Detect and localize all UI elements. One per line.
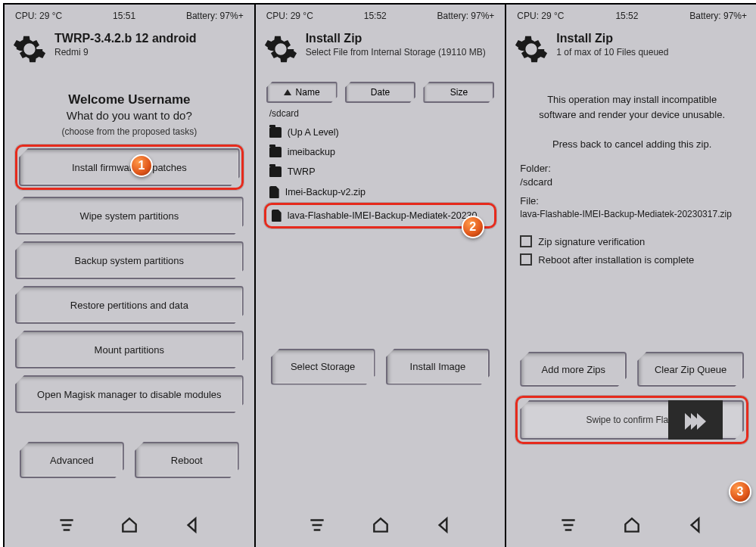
navbar [5, 505, 254, 547]
file-item[interactable]: Imei-Backup-v2.zip [266, 182, 495, 203]
panel-install-filelist: CPU: 29 °C 15:52 Battery: 97%+ Install Z… [256, 5, 507, 547]
folder-item[interactable]: TWRP [266, 162, 495, 182]
folder-icon [269, 127, 282, 138]
gear-icon [12, 32, 47, 67]
nav-menu-icon[interactable] [57, 515, 76, 535]
wipe-partitions-button[interactable]: Wipe system partitions [15, 197, 244, 235]
welcome-hint: (choose from the proposed tasks) [20, 126, 239, 137]
zip-signature-checkbox-row[interactable]: Zip signature verification [506, 232, 756, 250]
twrp-title: TWRP-3.4.2.b 12 android [54, 32, 197, 45]
panel-home: CPU: 29 °C 15:51 Battery: 97%+ TWRP-3.4.… [5, 5, 256, 547]
gear-icon [514, 32, 549, 67]
page-title: Install Zip [556, 32, 668, 45]
battery: Battery: 97%+ [186, 11, 244, 21]
clock: 15:52 [364, 11, 387, 21]
callout-marker-2: 2 [462, 216, 484, 238]
nav-home-icon[interactable] [120, 515, 139, 535]
nav-home-icon[interactable] [622, 515, 642, 535]
install-firmware-button[interactable]: Install firmware or patches [19, 148, 240, 186]
slider-handle[interactable] [668, 399, 723, 444]
restore-partitions-button[interactable]: Restore pertitions and data [15, 286, 244, 324]
status-bar: CPU: 29 °C 15:52 Battery: 97%+ [506, 5, 756, 27]
clear-zip-queue-button[interactable]: Clear Zip Queue [637, 352, 744, 387]
battery: Battery: 97%+ [689, 11, 747, 21]
folder-label: Folder: [520, 163, 744, 174]
header: Install Zip Select File from Internal St… [256, 27, 506, 76]
welcome-block: Welcome Username What do you want to do?… [5, 92, 254, 137]
folder-value: /sdcard [520, 176, 744, 188]
install-image-button[interactable]: Install Image [386, 349, 490, 385]
nav-menu-icon[interactable] [558, 515, 578, 535]
nav-home-icon[interactable] [371, 515, 390, 535]
advanced-button[interactable]: Advanced [20, 442, 124, 478]
current-path: /sdcard [256, 103, 506, 123]
file-item-selected[interactable]: lava-Flashable-IMEI-Backup-Mediatek-2023… [267, 206, 494, 225]
folder-icon [269, 166, 282, 177]
add-more-zips-button[interactable]: Add more Zips [520, 352, 627, 387]
folder-up[interactable]: (Up A Level) [266, 123, 495, 142]
navbar [256, 505, 506, 547]
sort-ascending-icon [284, 89, 291, 95]
sort-date-button[interactable]: Date [345, 82, 416, 103]
welcome-title: Welcome Username [20, 92, 239, 107]
status-bar: CPU: 29 °C 15:52 Battery: 97%+ [256, 5, 506, 27]
clock: 15:51 [113, 11, 135, 21]
swipe-label: Swipe to confirm Flash [586, 415, 677, 425]
magisk-manager-button[interactable]: Open Magisk manager to disable modules [15, 375, 244, 413]
backup-partitions-button[interactable]: Backup system partitions [15, 241, 244, 279]
page-title: Install Zip [306, 32, 486, 45]
file-label: File: [520, 195, 744, 207]
chevron-right-icon [697, 413, 706, 430]
header: Install Zip 1 of max of 10 Files queued [506, 27, 756, 76]
sort-size-button[interactable]: Size [423, 82, 494, 103]
panel-install-confirm: CPU: 29 °C 15:52 Battery: 97%+ Install Z… [506, 5, 756, 547]
sort-name-button[interactable]: Name [266, 82, 338, 103]
clock: 15:52 [615, 11, 638, 21]
cpu-temp: CPU: 29 °C [266, 11, 313, 21]
status-bar: CPU: 29 °C 15:51 Battery: 97%+ [5, 5, 254, 27]
reboot-button[interactable]: Reboot [135, 442, 239, 478]
highlight-box-1: Install firmware or patches [15, 145, 244, 190]
battery: Battery: 97%+ [437, 11, 495, 21]
checkbox-icon[interactable] [520, 253, 532, 266]
swipe-to-flash-slider[interactable]: Swipe to confirm Flash [520, 400, 744, 440]
cancel-hint: Press back to cancel adding this zip. [506, 138, 756, 150]
gear-icon [263, 32, 298, 67]
cpu-temp: CPU: 29 °C [15, 11, 62, 21]
navbar [506, 505, 756, 547]
file-icon [272, 210, 282, 222]
folder-icon [269, 147, 282, 157]
callout-marker-1: 1 [130, 154, 153, 177]
warning-text: This operation may install incompatible … [506, 76, 756, 122]
file-value: lava-Flashable-IMEI-Backup-Mediatek-2023… [520, 209, 744, 219]
checkbox-icon[interactable] [520, 235, 532, 247]
folder-item[interactable]: imeibackup [266, 142, 495, 162]
page-subtitle: Select File from Internal Storage (19110… [306, 47, 486, 57]
device-name: Redmi 9 [54, 47, 197, 57]
reboot-after-checkbox-row[interactable]: Reboot after installation is complete [506, 250, 756, 269]
cpu-temp: CPU: 29 °C [517, 11, 564, 21]
file-icon [269, 186, 279, 198]
nav-menu-icon[interactable] [307, 515, 327, 535]
queue-status: 1 of max of 10 Files queued [556, 47, 668, 57]
select-storage-button[interactable]: Select Storage [271, 349, 375, 385]
nav-back-icon[interactable] [434, 515, 453, 535]
nav-back-icon[interactable] [182, 515, 202, 535]
mount-partitions-button[interactable]: Mount partitions [15, 331, 244, 368]
nav-back-icon[interactable] [686, 515, 705, 535]
welcome-sub: What do you want to do? [20, 109, 239, 122]
highlight-box-3: Swipe to confirm Flash [515, 396, 748, 444]
callout-marker-3: 3 [729, 480, 751, 503]
header: TWRP-3.4.2.b 12 android Redmi 9 [5, 27, 254, 76]
